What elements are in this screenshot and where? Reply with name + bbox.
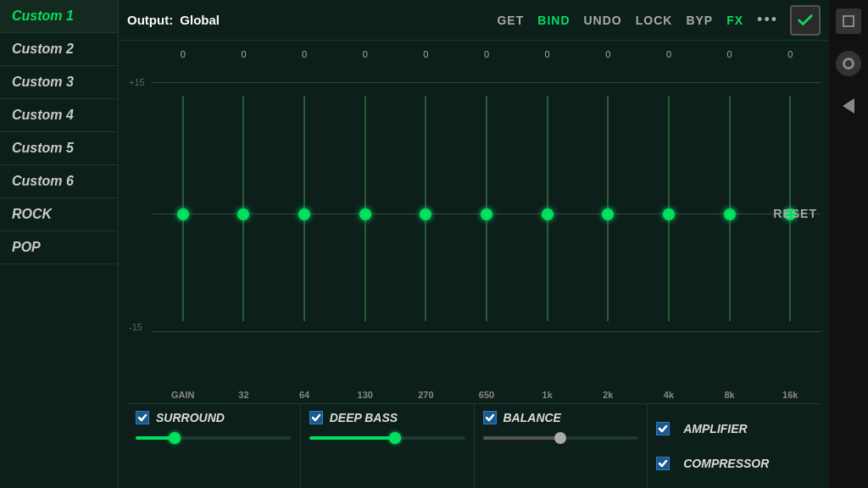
slider-650: 0 [456,49,517,352]
toolbar: Output: Global GET BIND UNDO LOCK BYP FX… [119,0,829,41]
eq-label-1k: 1k [517,390,578,400]
top-line-label: +15 [129,77,145,87]
eq-label-4k: 4k [638,390,699,400]
slider-650-thumb[interactable] [481,208,492,220]
sidebar-item-custom3[interactable]: Custom 3 [0,66,118,99]
slider-gain-track[interactable] [182,96,184,320]
slider-64-value: 0 [302,49,307,63]
amplifier-row: AMPLIFIER [656,422,812,435]
amplifier-checkbox[interactable] [656,422,670,435]
deep-bass-checkbox[interactable] [309,411,323,424]
surround-checkbox[interactable] [136,411,149,424]
slider-130-track[interactable] [364,96,366,320]
circle-icon [843,58,854,69]
amp-comp-box: AMPLIFIER COMPRESSOR [648,404,821,488]
lock-button[interactable]: LOCK [636,14,673,27]
eq-label-16k: 16k [760,390,821,400]
eq-container: +15 -15 0 [127,49,821,403]
eq-label-2k: 2k [577,390,638,400]
back-button[interactable] [836,93,861,119]
sidebar-item-custom4[interactable]: Custom 4 [0,99,118,132]
slider-gain: 0 [153,49,214,352]
slider-4k-thumb[interactable] [663,208,675,220]
balance-slider[interactable] [483,436,639,440]
slider-2k-thumb[interactable] [602,208,614,220]
main-content: Output: Global GET BIND UNDO LOCK BYP FX… [119,0,829,488]
eq-label-270: 270 [396,390,457,400]
deep-bass-label: DEEP BASS [330,411,398,424]
undo-button[interactable]: UNDO [584,14,622,27]
slider-gain-thumb[interactable] [177,208,189,220]
slider-gain-value: 0 [181,49,186,63]
sidebar-item-custom2[interactable]: Custom 2 [0,33,118,66]
surround-slider-thumb[interactable] [169,432,181,444]
compressor-label: COMPRESSOR [683,457,769,470]
slider-32: 0 [214,49,275,352]
fx-button[interactable]: FX [726,14,743,27]
slider-270-thumb[interactable] [420,208,431,220]
sidebar-item-custom1[interactable]: Custom 1 [0,0,118,33]
balance-checkbox[interactable] [483,411,497,424]
square-button[interactable] [836,8,861,34]
get-button[interactable]: GET [497,14,524,27]
eq-label-650: 650 [456,390,517,400]
reset-button[interactable]: RESET [773,207,817,220]
slider-130-value: 0 [363,49,368,63]
slider-650-track[interactable] [486,96,487,320]
compressor-row: COMPRESSOR [656,457,812,470]
slider-1k-thumb[interactable] [542,208,554,220]
balance-header: BALANCE [483,411,639,424]
eq-label-130: 130 [335,390,396,400]
slider-2k-track[interactable] [607,96,609,320]
slider-2k: 0 [577,49,638,352]
slider-270-track[interactable] [425,96,426,320]
effects-panel: SURROUND DEEP BASS [127,403,821,488]
surround-box: SURROUND [127,404,301,488]
slider-64-thumb[interactable] [298,208,310,220]
slider-4k-track[interactable] [668,96,670,320]
byp-button[interactable]: BYP [686,14,713,27]
surround-slider[interactable] [136,436,292,440]
surround-label: SURROUND [156,411,225,424]
slider-16k-value: 0 [787,49,793,63]
more-options-button[interactable]: ••• [757,11,778,29]
confirm-button[interactable] [790,5,821,36]
balance-slider-fill [483,436,561,440]
eq-label-gain: GAIN [153,390,214,400]
sidebar-item-rock[interactable]: ROCK [0,198,118,231]
compressor-checkbox[interactable] [656,457,670,470]
eq-graph: +15 -15 0 [153,49,821,378]
slider-8k-thumb[interactable] [724,208,736,220]
slider-650-value: 0 [484,49,489,63]
balance-label: BALANCE [504,411,561,424]
balance-box: BALANCE [475,404,648,488]
slider-32-value: 0 [241,49,246,63]
deep-bass-slider[interactable] [309,436,465,440]
circle-button[interactable] [836,51,861,76]
balance-slider-thumb[interactable] [554,432,566,444]
deep-bass-slider-thumb[interactable] [389,432,401,444]
eq-label-64: 64 [274,390,335,400]
slider-130-thumb[interactable] [359,208,371,220]
slider-16k: 0 [760,49,821,352]
equalizer-area: +15 -15 0 [119,41,829,488]
slider-8k-track[interactable] [729,96,731,320]
sidebar-item-custom5[interactable]: Custom 5 [0,132,118,165]
slider-8k: 0 [699,49,760,352]
back-icon [843,98,854,114]
slider-8k-value: 0 [727,49,732,63]
eq-label-32: 32 [214,390,275,400]
slider-64: 0 [274,49,335,352]
eq-label-8k: 8k [699,390,760,400]
bind-button[interactable]: BIND [537,14,570,27]
slider-270-value: 0 [423,49,428,63]
slider-270: 0 [396,49,457,352]
sidebar-item-pop[interactable]: POP [0,231,118,264]
slider-64-track[interactable] [303,96,305,320]
sidebar-item-custom6[interactable]: Custom 6 [0,165,118,198]
slider-32-thumb[interactable] [237,208,249,220]
slider-4k-value: 0 [666,49,671,63]
slider-32-track[interactable] [242,96,244,320]
slider-130: 0 [335,49,396,352]
slider-1k-track[interactable] [547,96,548,320]
